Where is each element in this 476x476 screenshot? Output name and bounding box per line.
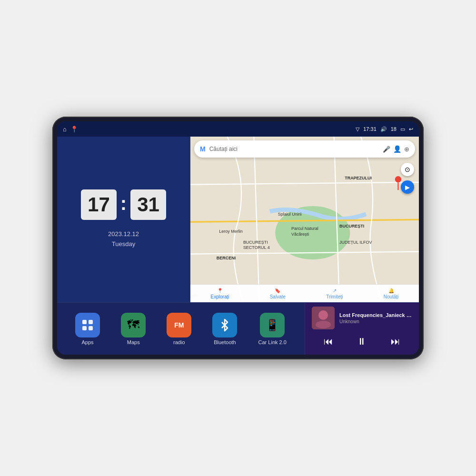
- maps-app-label: Maps: [127, 339, 140, 345]
- status-right: ▽ 17:31 🔊 18 ▭ ↩: [356, 126, 413, 132]
- bluetooth-icon: [212, 313, 237, 337]
- svg-text:JUDEȚUL ILFOV: JUDEȚUL ILFOV: [339, 240, 372, 245]
- date-info: 2023.12.12 Tuesday: [108, 229, 139, 249]
- bottom-row: Apps 🗺 Maps FM radio: [57, 302, 419, 355]
- signal-icon: ▽: [356, 126, 359, 132]
- radio-icon: FM: [167, 313, 191, 337]
- back-icon[interactable]: ↩: [409, 126, 413, 132]
- carlink-icon: 📱: [260, 313, 285, 337]
- map-tab-saved[interactable]: 🔖 Salvate: [270, 288, 286, 299]
- maps-shortcut-icon[interactable]: 📍: [70, 126, 78, 133]
- clock-day: Tuesday: [108, 239, 139, 249]
- battery-level: 18: [391, 126, 397, 132]
- music-controls: ⏮ ⏸ ⏭: [312, 332, 412, 351]
- clock-hours: 17: [81, 189, 117, 220]
- apps-bar: Apps 🗺 Maps FM radio: [57, 303, 305, 355]
- svg-rect-20: [82, 320, 87, 324]
- account-icon[interactable]: 👤: [393, 145, 401, 153]
- app-item-maps[interactable]: 🗺 Maps: [121, 313, 146, 345]
- svg-rect-22: [82, 326, 87, 330]
- maps-logo-icon: M: [200, 145, 206, 153]
- music-title: Lost Frequencies_Janieck Devy-...: [339, 312, 412, 318]
- map-tab-explore[interactable]: 📍 Explorați: [211, 288, 229, 299]
- map-tab-share[interactable]: ↗ Trimiteți: [326, 288, 343, 299]
- clock-minutes: 31: [130, 189, 166, 220]
- clock-separator: :: [120, 193, 127, 214]
- radio-label: radio: [173, 339, 185, 345]
- main-content: 17 : 31 2023.12.12 Tuesday: [57, 137, 419, 355]
- maps-app-icon: 🗺: [121, 313, 146, 337]
- clock-display: 17 : 31: [81, 189, 166, 220]
- svg-text:BUCUREȘTI: BUCUREȘTI: [339, 224, 364, 228]
- battery-icon: ▭: [400, 126, 405, 132]
- music-next-button[interactable]: ⏭: [387, 334, 404, 349]
- carlink-label: Car Link 2.0: [258, 339, 287, 345]
- map-panel[interactable]: TRAPEZULUI BUCUREȘTI JUDEȚUL ILFOV BERCE…: [190, 137, 419, 302]
- music-info: Lost Frequencies_Janieck Devy-... Unknow…: [312, 307, 412, 329]
- clock-panel: 17 : 31 2023.12.12 Tuesday: [57, 137, 190, 302]
- svg-text:SECTORUL 4: SECTORUL 4: [243, 245, 270, 250]
- map-search-text[interactable]: Căutați aici: [209, 146, 379, 152]
- svg-rect-23: [89, 326, 93, 330]
- svg-text:TRAPEZULUI: TRAPEZULUI: [345, 176, 372, 180]
- explore-icon: 📍: [217, 288, 223, 293]
- saved-icon: 🔖: [275, 288, 280, 293]
- status-left: ⌂ 📍: [63, 126, 78, 133]
- map-bottom-bar: 📍 Explorați 🔖 Salvate ↗ Trimiteți 🔔: [190, 284, 419, 302]
- voice-search-icon[interactable]: 🎤: [383, 146, 390, 153]
- navigate-button[interactable]: ▶: [401, 180, 414, 194]
- map-search-icons: 🎤 👤 ⊕: [383, 145, 409, 153]
- svg-text:Parcul Natural: Parcul Natural: [291, 226, 318, 231]
- svg-text:BUCUREȘTI: BUCUREȘTI: [243, 240, 268, 245]
- svg-rect-21: [89, 320, 93, 324]
- apps-label: Apps: [82, 339, 94, 345]
- apps-icon: [75, 313, 100, 337]
- my-location-button[interactable]: ⊙: [401, 163, 414, 176]
- news-icon: 🔔: [388, 288, 394, 293]
- map-search-bar[interactable]: M Căutați aici 🎤 👤 ⊕: [194, 140, 415, 158]
- svg-text:Văcărești: Văcărești: [291, 232, 309, 237]
- layers-icon[interactable]: ⊕: [404, 146, 409, 153]
- music-panel: Lost Frequencies_Janieck Devy-... Unknow…: [305, 303, 419, 355]
- status-bar: ⌂ 📍 ▽ 17:31 🔊 18 ▭ ↩: [57, 121, 419, 137]
- bluetooth-label: Bluetooth: [214, 339, 236, 345]
- volume-icon: 🔊: [380, 126, 387, 132]
- app-item-apps[interactable]: Apps: [75, 313, 100, 345]
- map-tab-news[interactable]: 🔔 Noutăți: [384, 288, 399, 299]
- status-time: 17:31: [363, 126, 377, 132]
- music-prev-button[interactable]: ⏮: [320, 334, 337, 349]
- device-frame: ⌂ 📍 ▽ 17:31 🔊 18 ▭ ↩ 17 :: [52, 117, 424, 359]
- device-screen: ⌂ 📍 ▽ 17:31 🔊 18 ▭ ↩ 17 :: [57, 121, 419, 355]
- top-row: 17 : 31 2023.12.12 Tuesday: [57, 137, 419, 302]
- app-item-bluetooth[interactable]: Bluetooth: [212, 313, 237, 345]
- music-text: Lost Frequencies_Janieck Devy-... Unknow…: [339, 312, 412, 324]
- clock-date: 2023.12.12: [108, 229, 139, 239]
- music-play-button[interactable]: ⏸: [353, 334, 370, 349]
- svg-point-18: [395, 176, 401, 182]
- music-thumbnail: [312, 307, 335, 329]
- app-item-carlink[interactable]: 📱 Car Link 2.0: [258, 313, 287, 345]
- share-icon: ↗: [333, 288, 337, 293]
- svg-text:Leroy Merlin: Leroy Merlin: [219, 229, 242, 234]
- svg-text:BERCENI: BERCENI: [217, 256, 236, 260]
- svg-text:Splaiul Unirii: Splaiul Unirii: [278, 212, 302, 217]
- home-icon[interactable]: ⌂: [63, 126, 67, 133]
- music-artist: Unknown: [339, 319, 412, 324]
- app-item-radio[interactable]: FM radio: [167, 313, 191, 345]
- svg-point-25: [318, 310, 328, 320]
- svg-point-26: [316, 321, 331, 328]
